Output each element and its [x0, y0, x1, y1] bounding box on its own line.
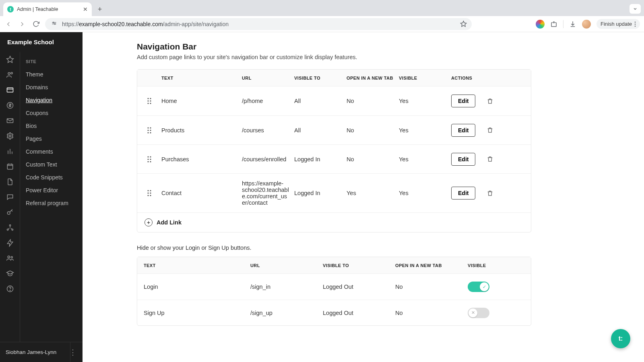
col-new-tab: OPEN IN A NEW TAB: [347, 76, 399, 80]
cell-visible: Yes: [399, 190, 451, 196]
site-icon[interactable]: [6, 86, 14, 95]
svg-point-16: [9, 135, 11, 137]
users-icon[interactable]: [6, 70, 14, 79]
back-button[interactable]: [4, 21, 13, 28]
finish-update-button[interactable]: Finish update: [597, 19, 640, 29]
svg-point-45: [147, 156, 149, 157]
cell-url: /courses: [242, 127, 294, 134]
help-fab[interactable]: t:: [611, 329, 630, 348]
svg-point-41: [147, 130, 149, 131]
tab-title: Admin | Teachable: [17, 6, 58, 12]
drag-handle-icon[interactable]: [137, 156, 161, 163]
svg-point-38: [150, 103, 151, 104]
profile-avatar[interactable]: [582, 20, 591, 29]
address-bar[interactable]: https://example-school20.teachable.com/a…: [45, 18, 472, 30]
cell-url: /sign_in: [250, 284, 323, 290]
svg-point-10: [8, 72, 10, 74]
svg-point-8: [635, 25, 636, 27]
edit-button[interactable]: Edit: [451, 187, 475, 200]
visible-toggle[interactable]: ✓: [468, 282, 489, 292]
main-content: Navigation Bar Add custom page links to …: [83, 32, 644, 362]
svg-point-51: [147, 190, 149, 191]
svg-marker-28: [7, 240, 12, 247]
grad-cap-icon[interactable]: [6, 269, 14, 278]
cell-text: Login: [144, 284, 250, 290]
calendar-icon[interactable]: [6, 162, 14, 171]
chevron-down-icon: [633, 6, 638, 11]
trash-icon[interactable]: [487, 156, 493, 162]
cell-text: Purchases: [161, 156, 242, 162]
browser-tab[interactable]: t Admin | Teachable ✕: [3, 2, 92, 16]
emails-icon[interactable]: [6, 116, 14, 125]
comments-icon[interactable]: [6, 193, 14, 202]
sidebar-item-bios[interactable]: Bios: [26, 119, 77, 132]
table-row: Contacthttps://example-school20.teachabl…: [137, 173, 531, 212]
cell-visible-to: All: [294, 98, 347, 104]
nav-links-table: TEXT URL VISIBLE TO OPEN IN A NEW TAB VI…: [137, 69, 531, 232]
browser-toolbar: https://example-school20.teachable.com/a…: [0, 16, 644, 32]
visible-toggle[interactable]: ✕: [468, 308, 489, 318]
bolt-icon[interactable]: [6, 239, 14, 247]
cell-visible-to: Logged Out: [323, 310, 395, 316]
sidebar-item-power-editor[interactable]: Power Editor: [26, 184, 77, 197]
sidebar-item-coupons[interactable]: Coupons: [26, 107, 77, 119]
svg-point-33: [147, 98, 149, 99]
sidebar-footer[interactable]: Siobhan James-Lynn ⋮: [0, 342, 83, 362]
col-visible-to: VISIBLE TO: [323, 263, 395, 268]
edit-button[interactable]: Edit: [451, 95, 475, 107]
col-visible-to: VISIBLE TO: [294, 76, 347, 80]
sidebar-item-pages[interactable]: Pages: [26, 132, 77, 145]
community-icon[interactable]: [6, 254, 14, 263]
reload-button[interactable]: [31, 21, 40, 27]
cell-url: /sign_up: [250, 310, 323, 316]
trash-icon[interactable]: [487, 190, 493, 197]
reports-icon[interactable]: [6, 147, 14, 156]
svg-point-29: [8, 256, 10, 258]
extensions-icon[interactable]: [550, 21, 557, 28]
sidebar-item-navigation[interactable]: Navigation: [26, 94, 77, 107]
sidebar-item-referral[interactable]: Referral program: [26, 197, 77, 210]
site-settings-icon[interactable]: [50, 20, 58, 28]
edit-button[interactable]: Edit: [451, 124, 475, 137]
new-tab-button[interactable]: +: [94, 4, 105, 15]
file-icon[interactable]: [6, 177, 14, 186]
drag-handle-icon[interactable]: [137, 97, 161, 105]
cell-new-tab: No: [347, 156, 399, 162]
svg-point-43: [147, 132, 149, 133]
sidebar-item-comments[interactable]: Comments: [26, 145, 77, 158]
star-icon[interactable]: [6, 55, 14, 64]
school-name[interactable]: Example School: [0, 32, 83, 52]
cell-visible: Yes: [399, 156, 451, 162]
key-icon[interactable]: [6, 208, 14, 217]
trash-icon[interactable]: [487, 98, 493, 105]
bookmark-icon[interactable]: [460, 21, 467, 27]
col-text: TEXT: [161, 76, 242, 80]
svg-point-2: [53, 22, 54, 23]
drag-handle-icon[interactable]: [137, 189, 161, 197]
svg-point-48: [150, 158, 151, 160]
close-tab-icon[interactable]: ✕: [83, 6, 88, 12]
table-row: Products/coursesAllNoYesEdit: [137, 115, 531, 144]
sidebar-item-code-snippets[interactable]: Code Snippets: [26, 171, 77, 184]
tabs-overflow-button[interactable]: [630, 4, 641, 14]
cell-new-tab: No: [347, 127, 399, 134]
sidebar-item-custom-text[interactable]: Custom Text: [26, 158, 77, 171]
more-vert-icon[interactable]: ⋮: [69, 348, 77, 357]
svg-point-54: [150, 192, 151, 193]
network-icon[interactable]: [6, 223, 14, 232]
help-icon[interactable]: [6, 284, 14, 293]
svg-point-46: [150, 156, 151, 157]
sales-icon[interactable]: [6, 101, 14, 110]
forward-button[interactable]: [18, 21, 27, 28]
sidebar-item-domains[interactable]: Domains: [26, 81, 77, 94]
edit-button[interactable]: Edit: [451, 153, 475, 166]
trash-icon[interactable]: [487, 127, 493, 134]
extension-icon[interactable]: [536, 20, 545, 29]
downloads-icon[interactable]: [569, 21, 576, 28]
col-visible: VISIBLE: [399, 76, 451, 80]
settings-icon[interactable]: [6, 132, 14, 140]
svg-point-7: [635, 23, 636, 25]
sidebar-item-theme[interactable]: Theme: [26, 68, 77, 81]
drag-handle-icon[interactable]: [137, 127, 161, 134]
add-link-button[interactable]: + Add Link: [137, 212, 531, 232]
